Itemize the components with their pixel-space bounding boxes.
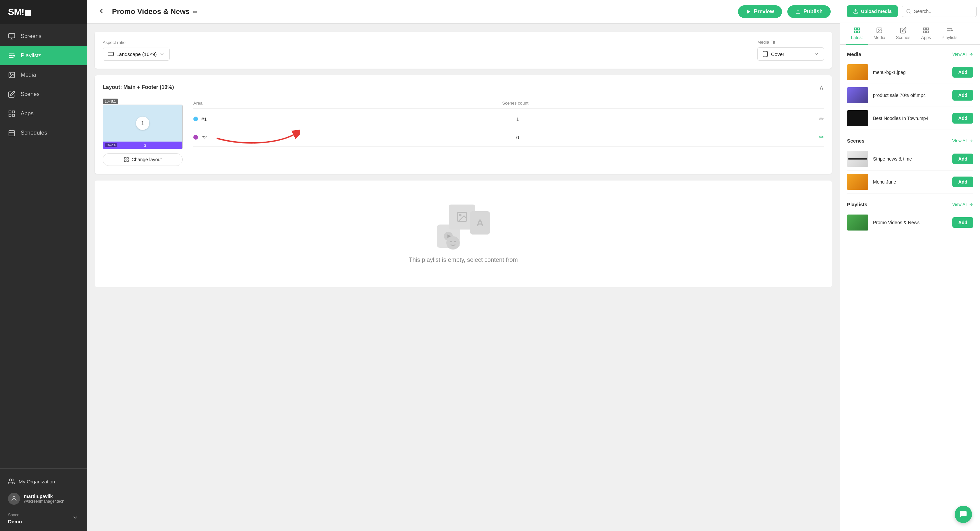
- add-scene-2-button[interactable]: Add: [952, 176, 973, 187]
- publish-button[interactable]: Publish: [788, 5, 830, 18]
- empty-illustration: A: [437, 204, 490, 251]
- layout-preview: 16×8.1 1 16×0.9 2 Change layout: [103, 98, 183, 166]
- tab-playlists-label: Playlists: [942, 35, 958, 40]
- empty-text: This playlist is empty, select content f…: [409, 257, 518, 263]
- tab-latest-label: Latest: [851, 35, 863, 40]
- scene-thumb: [847, 174, 868, 190]
- scene-thumb: [847, 151, 868, 167]
- svg-point-36: [907, 10, 910, 13]
- cover-icon: [762, 51, 768, 57]
- collapse-button[interactable]: ∧: [819, 83, 824, 91]
- playlists-view-all[interactable]: View All: [952, 202, 973, 207]
- area-dot-2: [193, 135, 198, 139]
- playlist-thumb: [847, 214, 868, 230]
- chat-icon: [959, 510, 968, 519]
- svg-rect-13: [9, 131, 15, 136]
- chevron-down-icon[interactable]: [72, 514, 79, 521]
- scenes-view-all[interactable]: View All: [952, 138, 973, 143]
- media-fit-group: Media Fit Cover: [757, 40, 824, 61]
- chat-bubble[interactable]: [955, 506, 972, 523]
- svg-point-6: [14, 55, 15, 56]
- media-thumb: [847, 110, 868, 126]
- list-item: product sale 70% off.mp4 Add: [847, 84, 973, 107]
- svg-point-34: [454, 241, 456, 242]
- svg-marker-19: [747, 10, 750, 14]
- panel-tabs: Latest Media Scenes Apps Playlists: [840, 23, 980, 44]
- add-playlist-1-button[interactable]: Add: [952, 217, 973, 228]
- logo-text: SM!: [8, 7, 31, 17]
- sidebar-bottom: My Organization martin.pavlik @screenman…: [0, 468, 87, 531]
- media-thumb: [847, 87, 868, 103]
- edit-title-icon[interactable]: ✏: [193, 10, 197, 15]
- my-organization-item[interactable]: My Organization: [8, 474, 79, 489]
- svg-rect-22: [763, 52, 768, 56]
- media-name: product sale 70% off.mp4: [873, 93, 948, 98]
- media-tab-icon: [876, 27, 883, 34]
- playlist-name: Promo Videos & News: [873, 220, 948, 225]
- badge-main: 16×8.1: [103, 98, 118, 104]
- tab-scenes[interactable]: Scenes: [891, 23, 916, 44]
- svg-rect-11: [9, 114, 11, 116]
- main-area: Promo Videos & News ✏ Preview Publish As…: [87, 0, 840, 531]
- sidebar-item-apps-label: Apps: [21, 110, 33, 117]
- svg-rect-47: [927, 31, 929, 33]
- sidebar-item-scenes[interactable]: Scenes: [0, 85, 87, 104]
- svg-rect-39: [858, 28, 859, 30]
- media-fit-select[interactable]: Cover: [757, 47, 824, 61]
- preview-button[interactable]: Preview: [738, 5, 782, 18]
- sidebar-item-media-label: Media: [21, 71, 36, 78]
- tab-apps-label: Apps: [921, 35, 931, 40]
- add-media-2-button[interactable]: Add: [952, 90, 973, 101]
- tab-media-label: Media: [873, 35, 885, 40]
- upload-media-button[interactable]: Upload media: [847, 5, 898, 17]
- grid-icon: [8, 110, 15, 117]
- tab-scenes-label: Scenes: [896, 35, 910, 40]
- tab-latest[interactable]: Latest: [846, 23, 868, 44]
- organization-icon: [8, 478, 15, 485]
- add-media-1-button[interactable]: Add: [952, 67, 973, 78]
- search-box[interactable]: [902, 6, 977, 17]
- list-item: menu-bg-1.jpeg Add: [847, 61, 973, 84]
- list-item: Stripe news & time Add: [847, 147, 973, 171]
- playlists-section-title: Playlists: [847, 201, 867, 207]
- user-item[interactable]: martin.pavlik @screenmanager.tech: [8, 489, 79, 509]
- scenes-section-header: Scenes View All: [847, 138, 973, 144]
- tab-media[interactable]: Media: [868, 23, 890, 44]
- svg-rect-38: [854, 28, 856, 30]
- latest-icon: [854, 27, 860, 34]
- media-name: Best Noodles In Town.mp4: [873, 116, 948, 121]
- apps-tab-icon: [923, 27, 929, 34]
- sidebar-item-screens-label: Screens: [21, 33, 41, 40]
- svg-point-33: [450, 241, 452, 242]
- settings-row: Aspect ratio Landscape (16×9) Media Fit …: [103, 40, 824, 61]
- scenes-tab-icon: [900, 27, 907, 34]
- area-footer: 16×0.9 2: [103, 141, 182, 149]
- svg-point-31: [460, 214, 461, 216]
- tab-apps[interactable]: Apps: [916, 23, 936, 44]
- calendar-icon: [8, 129, 15, 136]
- svg-point-32: [446, 236, 460, 249]
- sidebar-item-screens[interactable]: Screens: [0, 27, 87, 46]
- media-view-all[interactable]: View All: [952, 52, 973, 57]
- aspect-ratio-value: Landscape (16×9): [116, 51, 157, 57]
- sidebar-item-schedules[interactable]: Schedules: [0, 123, 87, 143]
- aspect-ratio-select[interactable]: Landscape (16×9): [103, 48, 170, 61]
- sidebar-item-playlists[interactable]: Playlists: [0, 46, 87, 65]
- search-input[interactable]: [914, 9, 972, 14]
- svg-rect-45: [927, 28, 929, 30]
- sidebar-item-apps[interactable]: Apps: [0, 104, 87, 123]
- change-layout-button[interactable]: Change layout: [103, 153, 183, 166]
- col-scenes-header: Scenes count: [220, 101, 811, 106]
- aspect-ratio-chevron-icon: [159, 51, 165, 57]
- media-section: Media View All menu-bg-1.jpeg Add produc…: [847, 51, 973, 130]
- tab-playlists[interactable]: Playlists: [936, 23, 963, 44]
- edit-area-1-button[interactable]: ✏: [811, 115, 824, 123]
- back-button[interactable]: [96, 6, 107, 18]
- upload-label: Upload media: [861, 9, 892, 14]
- add-media-3-button[interactable]: Add: [952, 113, 973, 124]
- sidebar-item-media[interactable]: Media: [0, 65, 87, 85]
- user-name: martin.pavlik: [24, 494, 64, 499]
- add-scene-1-button[interactable]: Add: [952, 154, 973, 164]
- edit-area-2-button[interactable]: ✏: [811, 133, 824, 141]
- table-header: Area Scenes count: [193, 98, 824, 109]
